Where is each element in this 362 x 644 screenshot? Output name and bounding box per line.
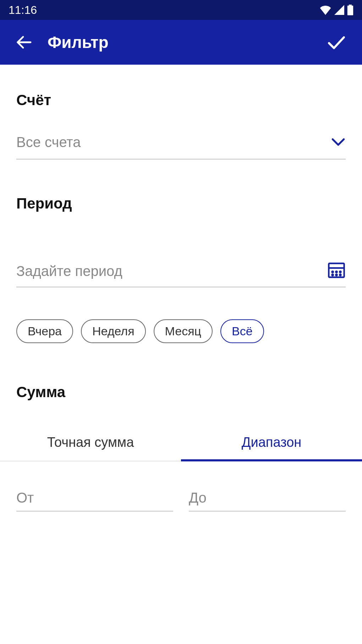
status-bar: 11:16 <box>0 0 362 20</box>
page-title: Фильтр <box>48 33 327 52</box>
back-button[interactable] <box>16 34 32 50</box>
account-select-value: Все счета <box>16 134 331 150</box>
status-icons <box>319 5 353 15</box>
svg-point-7 <box>340 271 341 272</box>
svg-rect-1 <box>347 6 353 15</box>
arrow-left-icon <box>16 34 32 50</box>
account-section: Счёт Все счета <box>16 65 346 159</box>
svg-rect-0 <box>349 5 352 6</box>
tab-exact-amount[interactable]: Точная сумма <box>0 426 181 461</box>
chevron-down-icon <box>331 137 346 148</box>
apply-button[interactable] <box>327 32 346 52</box>
svg-point-9 <box>336 274 337 275</box>
period-input[interactable]: Задайте период <box>16 261 346 287</box>
svg-point-10 <box>340 274 341 275</box>
content: Счёт Все счета Период Задайте период Вче… <box>0 65 362 512</box>
to-input[interactable]: До <box>189 490 346 512</box>
from-placeholder: От <box>16 490 173 506</box>
account-select[interactable]: Все счета <box>16 134 346 159</box>
from-input[interactable]: От <box>16 490 173 512</box>
chip-week[interactable]: Неделя <box>81 319 146 343</box>
wifi-icon <box>319 5 331 15</box>
chip-yesterday[interactable]: Вчера <box>16 319 73 343</box>
calendar-icon <box>327 261 346 281</box>
to-placeholder: До <box>189 490 346 506</box>
svg-point-6 <box>336 271 337 272</box>
account-section-title: Счёт <box>16 92 346 109</box>
status-time: 11:16 <box>9 4 37 17</box>
range-inputs: От До <box>16 490 346 512</box>
chip-month[interactable]: Месяц <box>154 319 213 343</box>
amount-section-title: Сумма <box>16 384 346 401</box>
svg-point-5 <box>332 271 333 272</box>
period-section: Период Задайте период Вчера Неделя Месяц… <box>16 159 346 343</box>
check-icon <box>327 32 346 52</box>
signal-icon <box>334 5 344 15</box>
tab-range[interactable]: Диапазон <box>181 426 362 461</box>
chip-all[interactable]: Всё <box>220 319 264 343</box>
svg-point-8 <box>332 274 333 275</box>
period-placeholder: Задайте период <box>16 263 327 279</box>
period-chips: Вчера Неделя Месяц Всё <box>16 319 346 343</box>
amount-tabs: Точная сумма Диапазон <box>0 426 362 461</box>
app-bar: Фильтр <box>0 20 362 65</box>
battery-icon <box>347 5 353 15</box>
period-section-title: Период <box>16 195 346 212</box>
amount-section: Сумма Точная сумма Диапазон От До <box>16 343 346 512</box>
